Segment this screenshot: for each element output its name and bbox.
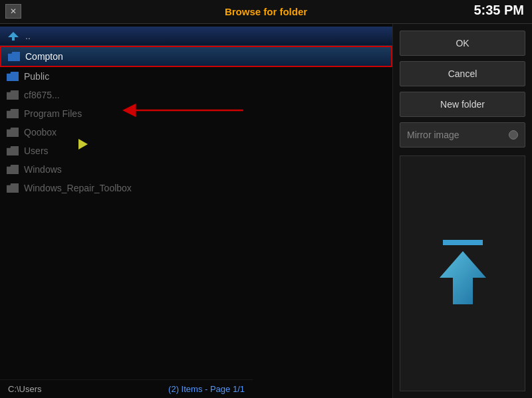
dialog-title: Browse for folder: [225, 6, 307, 17]
folder-icon: [7, 109, 19, 118]
right-panel: OK Cancel New folder Mirror image: [392, 24, 532, 398]
folder-icon: [7, 128, 19, 137]
list-item[interactable]: Users: [0, 142, 392, 160]
mouse-cursor: [78, 139, 88, 149]
list-item[interactable]: Program Files: [0, 104, 392, 123]
svg-marker-0: [8, 32, 19, 41]
mirror-image-toggle[interactable]: [509, 130, 518, 140]
file-name: ..: [25, 31, 31, 41]
up-arrow-icon-large: [436, 248, 489, 308]
list-item[interactable]: cf8675...: [0, 86, 392, 104]
folder-icon: [7, 72, 19, 81]
file-name: Public: [24, 71, 49, 82]
clock-display: 5:35 PM: [473, 3, 524, 18]
cancel-button[interactable]: Cancel: [400, 61, 525, 86]
up-arrow-icon: [7, 31, 20, 41]
svg-marker-3: [440, 251, 486, 304]
file-name: Qoobox: [24, 127, 57, 138]
list-item[interactable]: Windows_Repair_Toolbox: [0, 179, 392, 197]
file-name: Windows_Repair_Toolbox: [24, 183, 132, 193]
file-browser-panel: .. Compton Public cf8675... Program File…: [0, 24, 392, 398]
mirror-image-label: Mirror image: [407, 130, 460, 140]
file-name: cf8675...: [24, 90, 60, 100]
list-item[interactable]: Qoobox: [0, 123, 392, 142]
new-folder-button[interactable]: New folder: [400, 92, 525, 117]
file-list: .. Compton Public cf8675... Program File…: [0, 24, 392, 200]
preview-box: [400, 155, 525, 391]
file-name: Users: [24, 146, 49, 156]
folder-icon: [8, 52, 20, 61]
folder-icon: [7, 183, 19, 193]
ok-button[interactable]: OK: [400, 31, 525, 56]
file-name: Windows: [24, 164, 62, 175]
file-name: Compton: [25, 51, 63, 62]
mirror-image-row[interactable]: Mirror image: [400, 122, 525, 148]
bottom-status-bar: C:\Users (2) Items - Page 1/1: [0, 379, 253, 398]
list-item[interactable]: Windows: [0, 160, 392, 179]
page-info: (2) Items - Page 1/1: [168, 384, 245, 394]
up-arrow-preview: [436, 240, 489, 308]
file-name: Program Files: [24, 108, 82, 119]
list-item[interactable]: ..: [0, 27, 392, 46]
folder-icon: [7, 165, 19, 174]
folder-icon: [7, 90, 19, 100]
main-layout: .. Compton Public cf8675... Program File…: [0, 24, 532, 398]
title-bar: ✕ Browse for folder: [0, 0, 532, 24]
up-arrow-line: [443, 240, 483, 245]
list-item[interactable]: Public: [0, 67, 392, 86]
current-path: C:\Users: [8, 384, 42, 394]
list-item[interactable]: Compton: [0, 46, 392, 67]
close-button[interactable]: ✕: [5, 4, 21, 19]
folder-icon: [7, 146, 19, 155]
